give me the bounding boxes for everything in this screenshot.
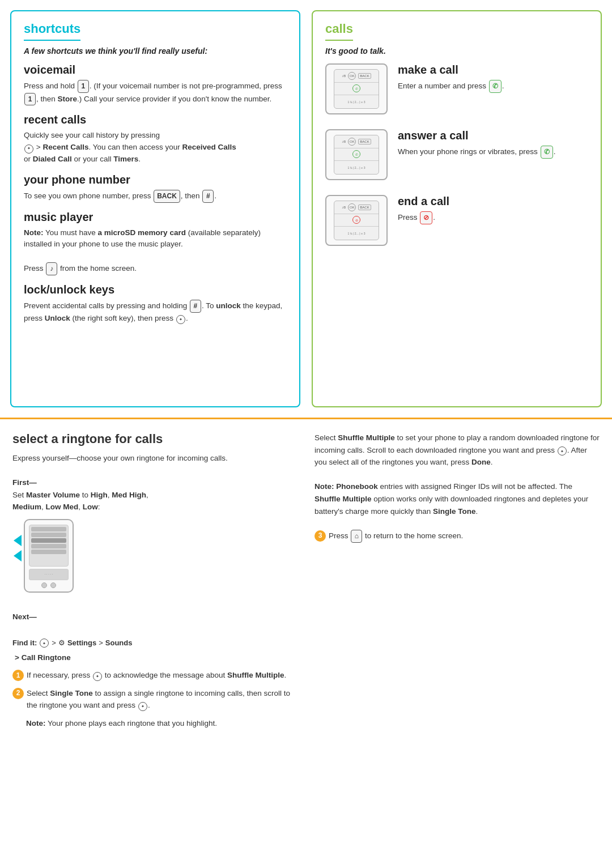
shortcuts-title: shortcuts <box>24 22 80 41</box>
ringtone-title: select a ringtone for calls <box>12 432 298 446</box>
shortcuts-panel: shortcuts A few shortcuts we think you'l… <box>10 10 300 407</box>
phone-btn-call: ✆ <box>352 84 360 92</box>
note-label-right: Note: <box>314 482 336 491</box>
step-3-row: 3 Press ⌂ to return to the home screen. <box>314 530 600 543</box>
phone-back-label-1: BACK <box>358 73 371 79</box>
phone-btn-call-a: ✆ <box>352 150 360 158</box>
ringtone-right: Select Shuffle Multiple to set your phon… <box>314 432 600 734</box>
end-call-body: Press ⊘. <box>398 211 588 224</box>
key-back: BACK <box>154 190 180 203</box>
lock-unlock-heading: lock/unlock keys <box>24 283 287 296</box>
phone-ringtone-body: · · · · · <box>24 519 74 593</box>
phone-mockup-ringtone-wrapper: · · · · · <box>24 519 74 593</box>
key-call-green: ✆ <box>489 80 502 93</box>
lowmed-label: Low Med <box>46 503 79 511</box>
note-label-step2: Note: <box>26 719 46 727</box>
master-vol-label: Master Volume <box>26 491 80 499</box>
phone-row-3: 1 ¾ | 2... | ∞ 3 <box>334 95 379 108</box>
recent-calls-label: Recent Calls <box>42 143 88 151</box>
phone-row-1: ♪B OK BACK <box>334 70 379 83</box>
low-label: Low <box>83 503 98 511</box>
high-label: High <box>91 491 108 499</box>
bottom-section: select a ringtone for calls Express your… <box>0 419 612 747</box>
end-call-heading: end a call <box>398 195 588 208</box>
timers-label: Timers <box>113 155 138 163</box>
answer-call-text: answer a call When your phone rings or v… <box>398 129 588 159</box>
key-home: ⌂ <box>351 530 362 543</box>
nav-icon-find <box>40 639 49 648</box>
phone-btn-ok: OK <box>348 72 356 80</box>
key-1: 1 <box>78 80 89 93</box>
nav-icon-right <box>558 446 567 456</box>
first-body: Set Master Volume to High, Med High, Med… <box>12 489 298 513</box>
phone-row-e3: 1 ¾ | 2... | ∞ 3 <box>334 227 379 240</box>
music-player-heading: music player <box>24 211 287 224</box>
next-label: Next— <box>12 611 298 623</box>
medhigh-label: Med High <box>112 491 146 499</box>
nav-icon-step1 <box>93 672 102 681</box>
make-a-call-item: ♪B OK BACK ✆ 1 ¾ | 2... | ∞ 3 make a cal… <box>325 63 588 114</box>
find-it-label: Find it: <box>12 637 37 649</box>
phone-row-a1: ♪B OK BACK <box>334 135 379 148</box>
phone-inner-answer: ♪B OK BACK ✆ 1 ¾ | 2... | ∞ 3 <box>334 135 379 175</box>
phone-keypad-ringtone: · · · · · <box>29 569 69 580</box>
phone-row-e1: ♪B OK BACK <box>334 201 379 214</box>
phone-number-heading: your phone number <box>24 173 287 186</box>
single-tone-label-2: Single Tone <box>433 507 476 516</box>
call-ringtone-line: > Call Ringtone <box>15 652 298 664</box>
shuffle-multiple-label-3: Shuffle Multiple <box>314 495 372 503</box>
make-call-body: Enter a number and press ✆. <box>398 80 588 93</box>
unlock-key-label: Unlock <box>45 314 70 322</box>
calls-panel: calls It's good to talk. ♪B OK BACK ✆ 1 … <box>312 10 602 407</box>
shuffle-multiple-label-1: Shuffle Multiple <box>227 671 284 679</box>
phone-row-a3: 1 ¾ | 2... | ∞ 3 <box>334 161 379 174</box>
step-1-number: 1 <box>12 670 24 681</box>
recent-calls-body: Quickly see your call history by pressin… <box>24 130 287 165</box>
voicemail-body: Press and hold 1. (If your voicemail num… <box>24 80 287 105</box>
phone-dot-2 <box>50 582 56 588</box>
key-answer-green: ✆ <box>541 146 553 159</box>
next-label-bold: Next— <box>12 612 37 621</box>
dialed-call-label: Dialed Call <box>33 155 72 163</box>
arrow-2 <box>14 550 22 561</box>
step-3-content: Press ⌂ to return to the home screen. <box>329 530 600 543</box>
step-3-number: 3 <box>314 530 326 542</box>
screen-row-3 <box>31 538 66 543</box>
shuffle-multiple-label-2: Shuffle Multiple <box>338 433 395 442</box>
nav-icon-2 <box>176 315 185 324</box>
ringtone-image-area: · · · · · <box>12 519 298 593</box>
step-1-row: 1 If necessary, press to acknowledge the… <box>12 669 298 682</box>
answer-call-body: When your phone rings or vibrates, press… <box>398 146 588 159</box>
phone-number-body: To see you own phone number, press BACK,… <box>24 190 287 203</box>
phone-btn-ok-e: OK <box>348 203 356 211</box>
find-it-row: Find it: > ⚙ Settings > Sounds <box>12 637 298 649</box>
phone-screen-ringtone <box>29 525 69 567</box>
step-2-note: Note: Your phone plays each ringtone tha… <box>26 717 298 730</box>
answer-a-call-item: ♪B OK BACK ✆ 1 ¾ | 2... | ∞ 3 answer a c… <box>325 129 588 180</box>
key-hash-lock: # <box>190 300 201 313</box>
note-label-music: Note: <box>24 228 44 237</box>
screen-row-1 <box>31 527 66 531</box>
phone-row-a2: ✆ <box>334 148 379 161</box>
settings-label: Settings <box>67 637 96 649</box>
calls-subtitle: It's good to talk. <box>325 46 588 56</box>
arrow-1 <box>14 535 22 546</box>
calls-title: calls <box>325 22 353 41</box>
unlock-label: unlock <box>216 301 241 310</box>
phone-inner-make: ♪B OK BACK ✆ 1 ¾ | 2... | ∞ 3 <box>334 69 379 109</box>
step-2-row: 2 Select Single Tone to assign a single … <box>12 687 298 712</box>
phone-mockup-answer: ♪B OK BACK ✆ 1 ¾ | 2... | ∞ 3 <box>325 129 388 180</box>
arrow-sounds: > <box>99 637 103 649</box>
settings-icon: ⚙ <box>58 637 65 649</box>
ringtone-intro-text: Express yourself—choose your own rington… <box>12 452 298 465</box>
phonebook-label: Phonebook <box>336 482 378 491</box>
ringtone-intro: Express yourself—choose your own rington… <box>12 452 298 730</box>
phone-nav-row <box>41 582 56 588</box>
phone-mockup-end: ♪B OK BACK ⊘ 1 ¾ | 2... | ∞ 3 <box>325 195 388 246</box>
ringtone-left: select a ringtone for calls Express your… <box>12 432 298 734</box>
screen-row-2 <box>31 533 66 537</box>
microsd-label: a microSD memory card <box>98 228 186 237</box>
screen-row-5 <box>31 550 66 554</box>
key-end-red: ⊘ <box>420 211 432 224</box>
call-ringtone-label: > Call Ringtone <box>15 653 71 662</box>
